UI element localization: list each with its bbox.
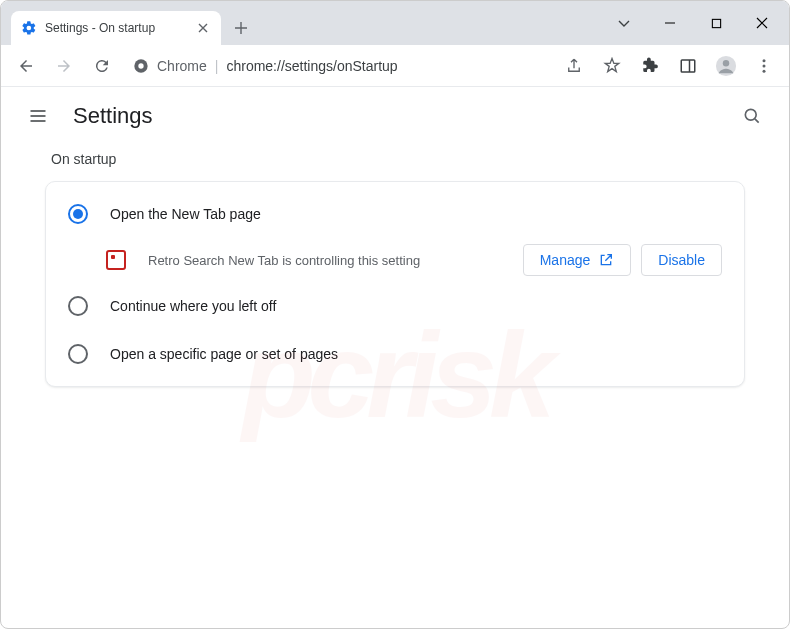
radio-label: Open the New Tab page [110, 206, 261, 222]
chrome-logo-icon [133, 58, 149, 74]
gear-icon [21, 20, 37, 36]
close-icon[interactable] [195, 20, 211, 36]
svg-rect-0 [712, 19, 720, 27]
svg-point-8 [763, 69, 766, 72]
url-separator: | [215, 58, 219, 74]
share-icon[interactable] [557, 49, 591, 83]
manage-button[interactable]: Manage [523, 244, 632, 276]
window-titlebar: Settings - On startup [1, 1, 789, 45]
extension-notice-row: Retro Search New Tab is controlling this… [46, 238, 744, 282]
hamburger-menu-icon[interactable] [21, 99, 55, 133]
radio-icon [68, 204, 88, 224]
settings-content: On startup Open the New Tab page Retro S… [1, 151, 789, 411]
menu-icon[interactable] [747, 49, 781, 83]
radio-icon [68, 296, 88, 316]
browser-toolbar: Chrome | chrome://settings/onStartup [1, 45, 789, 87]
radio-label: Continue where you left off [110, 298, 276, 314]
search-icon[interactable] [735, 99, 769, 133]
new-tab-button[interactable] [227, 14, 255, 42]
window-controls [601, 1, 789, 45]
extensions-icon[interactable] [633, 49, 667, 83]
svg-point-5 [723, 60, 729, 66]
svg-point-9 [745, 109, 756, 120]
address-bar[interactable]: Chrome | chrome://settings/onStartup [123, 51, 553, 81]
extension-actions: Manage Disable [523, 244, 722, 276]
tab-title: Settings - On startup [45, 21, 187, 35]
reload-button[interactable] [85, 49, 119, 83]
radio-icon [68, 344, 88, 364]
profile-icon[interactable] [709, 49, 743, 83]
extension-icon [106, 250, 126, 270]
settings-header: Settings [1, 87, 789, 145]
radio-continue[interactable]: Continue where you left off [46, 282, 744, 330]
disable-button-label: Disable [658, 252, 705, 268]
page-title: Settings [73, 103, 153, 129]
side-panel-icon[interactable] [671, 49, 705, 83]
forward-button[interactable] [47, 49, 81, 83]
url-origin: Chrome [157, 58, 207, 74]
disable-button[interactable]: Disable [641, 244, 722, 276]
external-link-icon [598, 252, 614, 268]
url-path: chrome://settings/onStartup [226, 58, 397, 74]
svg-point-7 [763, 64, 766, 67]
radio-open-new-tab[interactable]: Open the New Tab page [46, 190, 744, 238]
bookmark-icon[interactable] [595, 49, 629, 83]
svg-rect-3 [681, 60, 695, 72]
startup-card: Open the New Tab page Retro Search New T… [45, 181, 745, 387]
back-button[interactable] [9, 49, 43, 83]
manage-button-label: Manage [540, 252, 591, 268]
maximize-button[interactable] [693, 8, 739, 38]
close-window-button[interactable] [739, 8, 785, 38]
minimize-button[interactable] [647, 8, 693, 38]
radio-specific-pages[interactable]: Open a specific page or set of pages [46, 330, 744, 378]
chevron-down-icon[interactable] [601, 16, 647, 30]
browser-tab[interactable]: Settings - On startup [11, 11, 221, 45]
extension-notice-text: Retro Search New Tab is controlling this… [148, 253, 501, 268]
section-title: On startup [51, 151, 765, 167]
svg-point-2 [138, 63, 143, 68]
radio-label: Open a specific page or set of pages [110, 346, 338, 362]
svg-point-6 [763, 59, 766, 62]
